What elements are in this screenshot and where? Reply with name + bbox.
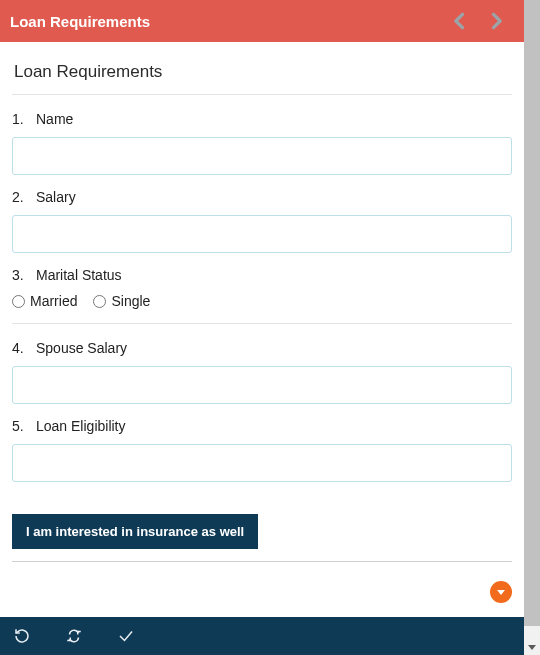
check-icon: [117, 627, 135, 645]
question-name: 1. Name: [12, 111, 512, 175]
floating-action-button[interactable]: [490, 581, 512, 603]
question-number: 4.: [12, 340, 26, 356]
triangle-down-icon: [527, 642, 537, 652]
divider: [12, 94, 512, 95]
interest-button[interactable]: I am interested in insurance as well: [12, 514, 258, 549]
question-number: 3.: [12, 267, 26, 283]
next-button[interactable]: [478, 3, 514, 39]
radio-label: Married: [30, 293, 77, 309]
submit-button[interactable]: [112, 622, 140, 650]
prev-button[interactable]: [442, 3, 478, 39]
scrollbar-thumb[interactable]: [524, 0, 540, 626]
form-content: Loan Requirements 1. Name 2. Salary 3. M…: [0, 42, 524, 617]
question-label: Name: [36, 111, 73, 127]
form-title: Loan Requirements: [14, 62, 510, 82]
spouse-salary-input[interactable]: [12, 366, 512, 404]
salary-input[interactable]: [12, 215, 512, 253]
question-number: 2.: [12, 189, 26, 205]
divider: [12, 323, 512, 324]
refresh-button[interactable]: [8, 622, 36, 650]
question-spouse-salary: 4. Spouse Salary: [12, 340, 512, 404]
question-marital-status: 3. Marital Status Married Single: [12, 267, 512, 324]
radio-married[interactable]: Married: [12, 293, 77, 309]
question-salary: 2. Salary: [12, 189, 512, 253]
radio-married-input[interactable]: [12, 295, 25, 308]
question-loan-eligibility: 5. Loan Eligibility: [12, 418, 512, 482]
question-label: Salary: [36, 189, 76, 205]
question-label: Marital Status: [36, 267, 122, 283]
header-bar: Loan Requirements: [0, 0, 524, 42]
name-input[interactable]: [12, 137, 512, 175]
header-title: Loan Requirements: [10, 13, 442, 30]
footer-toolbar: [0, 617, 524, 655]
question-label: Loan Eligibility: [36, 418, 126, 434]
question-number: 1.: [12, 111, 26, 127]
scroll-down-button[interactable]: [526, 641, 538, 653]
loan-eligibility-input[interactable]: [12, 444, 512, 482]
refresh-icon: [13, 627, 31, 645]
chevron-right-icon: [486, 11, 506, 31]
scrollbar[interactable]: [524, 0, 540, 655]
sync-button[interactable]: [60, 622, 88, 650]
radio-single[interactable]: Single: [93, 293, 150, 309]
question-label: Spouse Salary: [36, 340, 127, 356]
triangle-down-icon: [496, 587, 506, 597]
sync-icon: [65, 627, 83, 645]
divider: [12, 561, 512, 562]
radio-label: Single: [111, 293, 150, 309]
chevron-left-icon: [450, 11, 470, 31]
question-number: 5.: [12, 418, 26, 434]
radio-single-input[interactable]: [93, 295, 106, 308]
